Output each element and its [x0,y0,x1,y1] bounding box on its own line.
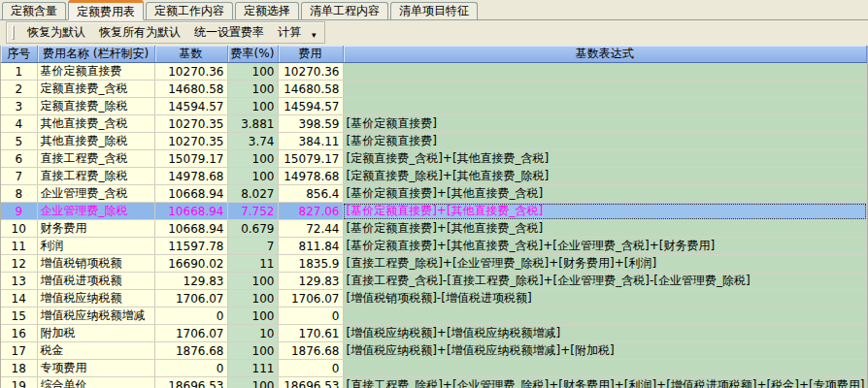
row-number-cell[interactable]: 5 [1,133,37,150]
rate-cell[interactable]: 100 [227,81,278,98]
col-header-base[interactable]: 基数 [154,46,227,63]
table-row[interactable]: 10 财务费用 10668.94 0.679 72.44 [基价定额直接费]+[… [1,220,867,238]
row-number-cell[interactable]: 17 [1,342,37,360]
table-row[interactable]: 18 专项费用 0 111 0 [1,360,867,377]
toolbar-button-恢复为默认[interactable]: 恢复为默认 [20,21,92,44]
fee-cell[interactable]: 14680.58 [278,81,343,98]
row-number-cell[interactable]: 3 [1,98,37,115]
fee-name-cell[interactable]: 附加税 [37,325,154,342]
expression-cell[interactable]: [直接工程费_除税]+[企业管理费_除税]+[财务费用]+[利润] [343,255,867,273]
table-row[interactable]: 6 直接工程费_含税 15079.17 100 15079.17 [定额直接费_… [1,150,867,168]
table-row[interactable]: 14 增值税应纳税额 1706.07 100 1706.07 [增值税销项税额]… [1,290,867,307]
base-cell[interactable]: 10270.35 [154,115,227,133]
toolbar-dropdown-arrow-icon[interactable]: ▾ [312,30,317,43]
fee-cell[interactable]: 0 [278,360,343,377]
tab-定额含量[interactable]: 定额含量 [2,2,66,19]
fee-name-cell[interactable]: 定额直接费_除税 [37,98,154,115]
tab-定额费用表[interactable]: 定额费用表 [68,0,144,20]
table-row[interactable]: 13 增值税进项税额 129.83 100 129.83 [直接工程费_含税]-… [1,273,867,290]
expression-cell[interactable] [343,307,867,325]
rate-cell[interactable]: 10 [227,325,278,342]
row-number-cell[interactable]: 19 [1,377,37,388]
fee-name-cell[interactable]: 增值税进项税额 [37,273,154,290]
base-cell[interactable]: 18696.53 [154,377,227,388]
rate-cell[interactable]: 0.679 [227,220,278,238]
expression-cell[interactable]: [增值税应纳税额]+[增值税应纳税额增减] [343,325,867,342]
base-cell[interactable]: 0 [154,307,227,325]
rate-cell[interactable]: 3.74 [227,133,278,150]
fee-cell[interactable]: 1835.9 [278,255,343,273]
table-row[interactable]: 7 直接工程费_除税 14978.68 100 14978.68 [定额直接费_… [1,168,867,185]
base-cell[interactable]: 1706.07 [154,325,227,342]
fee-cell[interactable]: 0 [278,307,343,325]
col-header-fee[interactable]: 费用 [278,46,343,63]
row-number-cell[interactable]: 10 [1,220,37,238]
tab-定额工作内容[interactable]: 定额工作内容 [146,2,233,19]
fee-cell[interactable]: 18696.53 [278,377,343,388]
row-number-cell[interactable]: 9 [1,203,37,220]
row-number-cell[interactable]: 4 [1,115,37,133]
row-number-cell[interactable]: 13 [1,273,37,290]
base-cell[interactable]: 10668.94 [154,203,227,220]
rate-cell[interactable]: 100 [227,98,278,115]
base-cell[interactable]: 11597.78 [154,238,227,255]
fee-cell[interactable]: 14978.68 [278,168,343,185]
rate-cell[interactable]: 3.881 [227,115,278,133]
table-row[interactable]: 16 附加税 1706.07 10 170.61 [增值税应纳税额]+[增值税应… [1,325,867,342]
fee-name-cell[interactable]: 增值税应纳税额增减 [37,307,154,325]
fee-cell[interactable]: 1876.68 [278,342,343,360]
base-cell[interactable]: 14680.58 [154,81,227,98]
fee-name-cell[interactable]: 其他直接费_除税 [37,133,154,150]
fee-cell[interactable]: 129.83 [278,273,343,290]
base-cell[interactable]: 10270.36 [154,63,227,81]
table-row[interactable]: 1 基价定额直接费 10270.36 100 10270.36 [1,63,867,81]
row-number-cell[interactable]: 7 [1,168,37,185]
expression-cell[interactable]: [增值税应纳税额]+[增值税应纳税额增减]+[附加税] [343,342,867,360]
table-row[interactable]: 12 增值税销项税额 16690.02 11 1835.9 [直接工程费_除税]… [1,255,867,273]
base-cell[interactable]: 129.83 [154,273,227,290]
tab-清单工程内容[interactable]: 清单工程内容 [301,2,388,19]
fee-name-cell[interactable]: 直接工程费_除税 [37,168,154,185]
row-number-cell[interactable]: 16 [1,325,37,342]
expression-cell[interactable] [343,63,867,81]
table-row[interactable]: 2 定额直接费_含税 14680.58 100 14680.58 [1,81,867,98]
row-number-cell[interactable]: 1 [1,63,37,81]
expression-cell[interactable]: [基价定额直接费]+[其他直接费_含税]+[企业管理费_含税]+[财务费用] [343,238,867,255]
row-number-cell[interactable]: 14 [1,290,37,307]
base-cell[interactable]: 1876.68 [154,342,227,360]
expression-cell[interactable]: [直接工程费_含税]-[直接工程费_除税]+[企业管理费_含税]-[企业管理费_… [343,273,867,290]
fee-cell[interactable]: 14594.57 [278,98,343,115]
fee-name-cell[interactable]: 综合单价 [37,377,154,388]
fee-name-cell[interactable]: 专项费用 [37,360,154,377]
fee-name-cell[interactable]: 增值税销项税额 [37,255,154,273]
expression-cell[interactable] [343,98,867,115]
base-cell[interactable]: 16690.02 [154,255,227,273]
fee-name-cell[interactable]: 企业管理费_除税 [37,203,154,220]
expression-cell[interactable] [343,81,867,98]
toolbar-grip-handle[interactable] [12,25,15,40]
table-row[interactable]: 5 其他直接费_除税 10270.35 3.74 384.11 [基价定额直接费… [1,133,867,150]
toolbar-button-计算[interactable]: 计算 [271,21,308,44]
base-cell[interactable]: 10668.94 [154,220,227,238]
base-cell[interactable]: 14978.68 [154,168,227,185]
rate-cell[interactable]: 100 [227,307,278,325]
base-cell[interactable]: 10668.94 [154,185,227,203]
fee-name-cell[interactable]: 其他直接费_含税 [37,115,154,133]
col-header-no[interactable]: 序号 [1,46,37,63]
rate-cell[interactable]: 8.027 [227,185,278,203]
fee-name-cell[interactable]: 利润 [37,238,154,255]
rate-cell[interactable]: 7.752 [227,203,278,220]
rate-cell[interactable]: 111 [227,360,278,377]
fee-name-cell[interactable]: 基价定额直接费 [37,63,154,81]
expression-cell[interactable]: [基价定额直接费] [343,115,867,133]
table-row[interactable]: 4 其他直接费_含税 10270.35 3.881 398.59 [基价定额直接… [1,115,867,133]
row-number-cell[interactable]: 6 [1,150,37,168]
fee-name-cell[interactable]: 直接工程费_含税 [37,150,154,168]
row-number-cell[interactable]: 11 [1,238,37,255]
row-number-cell[interactable]: 18 [1,360,37,377]
expression-cell[interactable]: [直接工程费_除税]+[企业管理费_除税]+[财务费用]+[利润]+[增值税进项… [343,377,867,388]
fee-cell[interactable]: 856.4 [278,185,343,203]
expression-cell[interactable] [343,360,867,377]
base-cell[interactable]: 10270.35 [154,133,227,150]
fee-cell[interactable]: 811.84 [278,238,343,255]
